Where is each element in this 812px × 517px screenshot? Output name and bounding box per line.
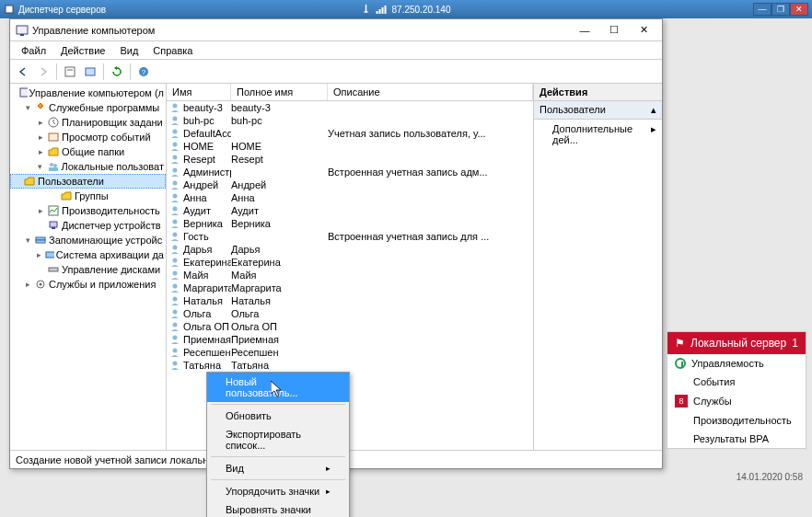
list-item[interactable]: РесепшенРесепшен: [167, 346, 533, 359]
action-button[interactable]: [81, 63, 99, 81]
list-item[interactable]: ПриемнаяПриемная: [167, 333, 533, 346]
user-name: Верника: [181, 218, 231, 229]
user-name: HOME: [181, 141, 231, 152]
svg-point-33: [173, 233, 178, 237]
svg-rect-0: [6, 6, 13, 13]
notif-services[interactable]: 8Службы: [667, 391, 806, 411]
svg-point-41: [173, 336, 178, 340]
mmc-close-button[interactable]: ✕: [631, 22, 656, 39]
back-button[interactable]: [14, 63, 32, 81]
tree-storage[interactable]: ▾Запоминающие устройс: [10, 233, 166, 247]
list-item[interactable]: ДарьяДарья: [167, 243, 533, 256]
mmc-titlebar[interactable]: Управление компьютером — ☐ ✕: [10, 19, 662, 41]
user-desc: Учетная запись пользователя, у...: [328, 128, 533, 139]
tree-task-scheduler[interactable]: ▸Планировщик задани: [10, 115, 166, 130]
cm-arrange[interactable]: Упорядочить значки▸: [207, 482, 349, 500]
list-item[interactable]: buh-pcbuh-pc: [167, 114, 533, 127]
list-item[interactable]: HOMEHOME: [167, 140, 533, 153]
list-item[interactable]: ГостьВстроенная учетная запись для ...: [167, 230, 533, 243]
tree-event-viewer[interactable]: ▸Просмотр событий: [10, 130, 166, 144]
tree-shared-folders[interactable]: ▸Общие папки: [10, 144, 166, 159]
user-name: Ольга: [181, 308, 231, 319]
notif-performance[interactable]: Производительность: [667, 411, 806, 430]
tree-device-manager[interactable]: Диспетчер устройств: [10, 218, 166, 233]
tree-system-tools[interactable]: ▾Служебные программы: [10, 100, 166, 115]
svg-rect-10: [49, 133, 58, 141]
cm-align[interactable]: Выровнять значки: [207, 500, 349, 517]
actions-more[interactable]: Дополнительные дей...▸: [534, 120, 662, 149]
user-fullname: Приемная: [231, 334, 328, 345]
user-fullname: beauty-3: [231, 102, 328, 113]
svg-point-38: [173, 297, 178, 302]
actions-header: Действия: [534, 84, 662, 101]
user-name: Администр...: [181, 167, 231, 178]
remote-restore-button[interactable]: ❐: [771, 3, 790, 16]
notif-manageability[interactable]: Управляемость: [667, 354, 806, 373]
tree-groups[interactable]: Группы: [10, 189, 166, 203]
user-icon: [168, 244, 181, 255]
list-item[interactable]: Администр...Встроенная учетная запись ад…: [167, 166, 533, 178]
pin-icon[interactable]: [362, 5, 371, 14]
list-item[interactable]: DefaultAcco...Учетная запись пользовател…: [167, 127, 533, 140]
cm-view[interactable]: Вид▸: [207, 459, 349, 477]
notif-events[interactable]: События: [667, 373, 806, 391]
tree-backup[interactable]: ▸Система архивации да: [10, 247, 166, 262]
user-name: DefaultAcco...: [181, 128, 231, 139]
col-description[interactable]: Описание: [328, 84, 533, 100]
svg-rect-20: [49, 268, 58, 271]
help-button[interactable]: ?: [134, 63, 153, 81]
list-item[interactable]: ЕкатеринаЕкатерина: [167, 256, 533, 269]
actions-subheader[interactable]: Пользователи▴: [534, 101, 662, 120]
col-fullname[interactable]: Полное имя: [231, 84, 328, 100]
refresh-button[interactable]: [108, 63, 126, 81]
menu-help[interactable]: Справка: [145, 43, 200, 58]
mmc-maximize-button[interactable]: ☐: [601, 22, 627, 39]
tree-services-apps[interactable]: ▸Службы и приложения: [10, 277, 166, 292]
user-name: buh-pc: [181, 115, 231, 126]
cm-refresh[interactable]: Обновить: [207, 407, 349, 425]
list-item[interactable]: Ольга ОПОльга ОП: [167, 320, 533, 333]
menu-view[interactable]: Вид: [112, 43, 145, 58]
tree-local-users[interactable]: ▾Локальные пользоват: [10, 159, 166, 174]
svg-point-39: [173, 310, 178, 315]
list-item[interactable]: beauty-3beauty-3: [167, 101, 533, 114]
forward-button[interactable]: [34, 63, 52, 81]
list-item[interactable]: ТатьянаТатьяна: [167, 359, 533, 372]
user-fullname: Маргарита: [231, 282, 328, 293]
tree-users[interactable]: Пользователи: [10, 174, 166, 189]
remote-close-button[interactable]: ✕: [790, 3, 808, 16]
user-name: Ольга ОП: [181, 321, 231, 332]
list-item[interactable]: НатальяНаталья: [167, 294, 533, 307]
actions-pane: Действия Пользователи▴ Дополнительные де…: [533, 84, 662, 450]
tree-performance[interactable]: ▸Производительность: [10, 203, 166, 218]
mmc-minimize-button[interactable]: —: [572, 22, 597, 39]
list-item[interactable]: АудитАудит: [167, 204, 533, 217]
user-fullname: buh-pc: [231, 115, 328, 126]
console-tree[interactable]: Управление компьютером (л ▾Служебные про…: [10, 84, 167, 450]
notif-count: 1: [792, 337, 798, 350]
list-item[interactable]: ВерникаВерника: [167, 217, 533, 230]
user-icon: [168, 102, 181, 113]
cm-export[interactable]: Экспортировать список...: [207, 425, 349, 454]
tree-disk-management[interactable]: Управление дисками: [10, 262, 166, 277]
user-name: Анна: [181, 192, 231, 203]
col-name[interactable]: Имя: [167, 84, 231, 100]
list-item[interactable]: ОльгаОльга: [167, 307, 533, 320]
properties-button[interactable]: [61, 63, 79, 81]
list-item[interactable]: МаргаритаМаргарита: [167, 281, 533, 294]
notif-header[interactable]: ⚑Локальный сервер 1: [667, 332, 806, 354]
svg-point-11: [50, 163, 53, 167]
list-header[interactable]: Имя Полное имя Описание: [167, 84, 533, 101]
list-item[interactable]: ReseptResept: [167, 153, 533, 166]
list-item[interactable]: АндрейАндрей: [167, 178, 533, 191]
tree-root[interactable]: Управление компьютером (л: [10, 86, 166, 100]
notif-bpa[interactable]: Результаты BPA: [667, 430, 806, 448]
list-item[interactable]: МайяМайя: [167, 269, 533, 281]
user-fullname: Верника: [231, 218, 328, 229]
menu-file[interactable]: Файл: [14, 43, 53, 58]
menu-action[interactable]: Действие: [53, 43, 112, 58]
user-fullname: Татьяна: [231, 360, 328, 371]
svg-rect-3: [65, 67, 75, 76]
remote-minimize-button[interactable]: —: [753, 3, 771, 16]
list-item[interactable]: АннаАнна: [167, 191, 533, 204]
